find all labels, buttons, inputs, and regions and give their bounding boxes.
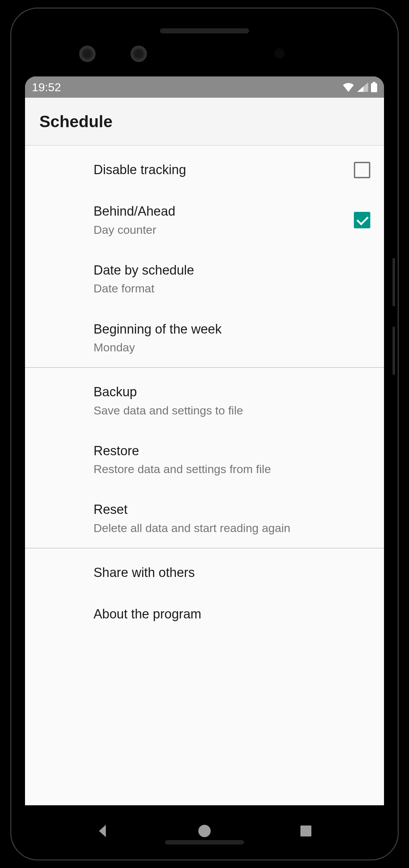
speaker-top [160,28,249,33]
row-beginning-of-week[interactable]: Beginning of the week Monday [25,309,384,367]
nav-recent-icon[interactable] [298,823,313,839]
row-title: Disable tracking [94,161,354,178]
row-title: Date by schedule [94,262,370,279]
nav-back-icon[interactable] [96,823,111,839]
row-disable-tracking[interactable]: Disable tracking [25,146,384,191]
speaker-bottom [165,840,244,844]
front-camera-1 [79,46,96,62]
status-icons [342,82,377,92]
nav-bar [25,805,384,857]
row-subtitle: Restore data and settings from file [94,461,370,477]
row-title: Backup [94,384,370,400]
row-date-by-schedule[interactable]: Date by schedule Date format [25,250,384,309]
row-title: Behind/Ahead [94,203,354,220]
row-title: Share with others [94,564,370,581]
phone-frame: 19:52 Schedule Disable tracking [10,8,399,860]
row-title: About the program [94,606,370,623]
signal-icon [357,82,368,92]
side-button-1 [393,258,395,306]
row-subtitle: Save data and settings to file [94,403,370,418]
screen: 19:52 Schedule Disable tracking [25,76,384,822]
row-subtitle: Monday [94,340,370,355]
page-title: Schedule [39,112,112,131]
status-time: 19:52 [32,81,61,94]
status-bar: 19:52 [25,76,384,98]
row-share[interactable]: Share with others [25,548,384,593]
svg-rect-1 [373,82,375,84]
svg-rect-3 [300,825,311,836]
front-camera-2 [131,46,147,62]
row-behind-ahead[interactable]: Behind/Ahead Day counter [25,191,384,250]
row-title: Restore [94,443,370,459]
svg-rect-0 [371,83,377,92]
row-backup[interactable]: Backup Save data and settings to file [25,368,384,430]
row-subtitle: Delete all data and start reading again [94,520,370,535]
content[interactable]: Disable tracking Behind/Ahead Day counte… [25,146,384,822]
row-reset[interactable]: Reset Delete all data and start reading … [25,489,384,548]
row-title: Beginning of the week [94,321,370,338]
row-title: Reset [94,501,370,518]
row-subtitle: Day counter [94,222,354,237]
section-data: Backup Save data and settings to file Re… [25,368,384,548]
nav-home-icon[interactable] [197,823,212,839]
battery-icon [371,82,377,92]
row-about[interactable]: About the program [25,593,384,635]
side-button-2 [393,327,395,375]
row-subtitle: Date format [94,281,370,296]
wifi-icon [342,82,355,92]
section-tracking: Disable tracking Behind/Ahead Day counte… [25,146,384,368]
phone-bezel: 19:52 Schedule Disable tracking [14,11,395,857]
section-about: Share with others About the program [25,548,384,635]
checkbox-behind-ahead[interactable] [354,212,370,228]
row-restore[interactable]: Restore Restore data and settings from f… [25,430,384,489]
svg-point-2 [198,825,211,837]
proximity-sensor [274,48,285,59]
title-bar: Schedule [25,98,384,146]
checkbox-disable-tracking[interactable] [354,162,370,178]
